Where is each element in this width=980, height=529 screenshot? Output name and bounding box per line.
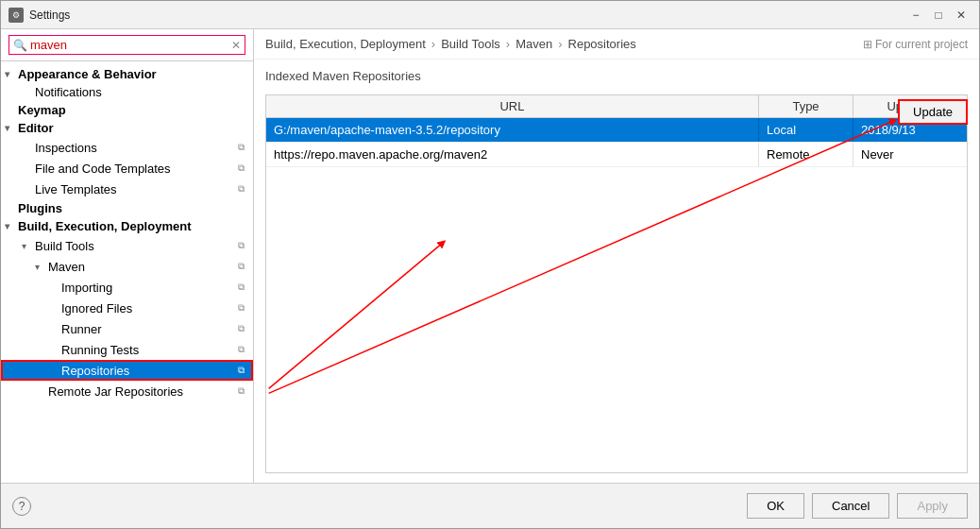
copy-icon: ⧉ <box>232 362 249 379</box>
sidebar-item-build-execution-deployment[interactable]: ▾ Build, Execution, Deployment <box>1 217 253 235</box>
cell-type: Local <box>759 118 853 142</box>
cell-url: https://repo.maven.apache.org/maven2 <box>266 143 759 166</box>
sidebar-item-maven[interactable]: ▾ Maven ⧉ <box>1 256 253 277</box>
chevron-icon: ▾ <box>35 262 48 272</box>
cell-url: G:/maven/apache-maven-3.5.2/repository <box>266 118 759 142</box>
for-current-project: ⊞ For current project <box>863 38 968 51</box>
table-row[interactable]: https://repo.maven.apache.org/maven2 Rem… <box>266 143 967 167</box>
col-header-url: URL <box>266 95 759 117</box>
chevron-icon: ▾ <box>22 241 35 251</box>
sidebar-item-ignored-files[interactable]: Ignored Files ⧉ <box>1 298 253 318</box>
sidebar-tree: ▾ Appearance & Behavior Notifications Ke… <box>1 61 253 483</box>
sidebar-item-running-tests[interactable]: Running Tests ⧉ <box>1 339 253 360</box>
panel-title: Indexed Maven Repositories <box>265 69 968 83</box>
repository-table: URL Type Updated G:/maven/apache-maven-3… <box>265 94 968 473</box>
copy-icon: ⧉ <box>232 320 249 337</box>
panel-content: Indexed Maven Repositories URL Type Upda… <box>254 60 979 483</box>
update-button[interactable]: Update <box>898 99 968 125</box>
copy-icon: ⧉ <box>232 237 249 254</box>
chevron-icon: ▾ <box>5 221 18 231</box>
footer-buttons: OK Cancel Apply <box>747 493 968 519</box>
sidebar-item-inspections[interactable]: Inspections ⧉ <box>1 137 253 158</box>
copy-icon: ⧉ <box>232 139 249 156</box>
sidebar-item-live-templates[interactable]: Live Templates ⧉ <box>1 179 253 199</box>
copy-icon: ⧉ <box>232 160 249 177</box>
sidebar-item-editor[interactable]: ▾ Editor <box>1 119 253 137</box>
breadcrumb-sep-3: › <box>558 37 562 51</box>
breadcrumb-part-2: Build Tools <box>441 37 500 51</box>
minimize-button[interactable]: − <box>905 5 926 26</box>
table-body: G:/maven/apache-maven-3.5.2/repository L… <box>266 118 967 472</box>
search-input-wrap: 🔍 ✕ <box>8 35 245 55</box>
title-bar: ⚙ Settings − □ ✕ <box>1 1 979 29</box>
breadcrumb-part-4: Repositories <box>568 37 636 51</box>
breadcrumb-sep-1: › <box>431 37 435 51</box>
search-icon: 🔍 <box>13 39 27 52</box>
settings-window: ⚙ Settings − □ ✕ 🔍 ✕ ▾ <box>0 0 980 529</box>
close-button[interactable]: ✕ <box>951 5 972 26</box>
copy-icon: ⧉ <box>232 279 249 296</box>
chevron-icon: ▾ <box>5 123 18 133</box>
main-content: 🔍 ✕ ▾ Appearance & Behavior Notification… <box>1 29 979 483</box>
table-header: URL Type Updated <box>266 95 967 118</box>
sidebar: 🔍 ✕ ▾ Appearance & Behavior Notification… <box>1 29 254 483</box>
title-controls: − □ ✕ <box>905 5 972 26</box>
help-icon[interactable]: ? <box>12 497 31 516</box>
ok-button[interactable]: OK <box>747 493 804 519</box>
breadcrumb-part-1: Build, Execution, Deployment <box>265 37 426 51</box>
col-header-type: Type <box>759 95 853 117</box>
copy-icon: ⧉ <box>232 180 249 197</box>
sidebar-item-remote-jar-repositories[interactable]: Remote Jar Repositories ⧉ <box>1 381 253 401</box>
footer: ? OK Cancel Apply <box>1 483 979 528</box>
sidebar-item-keymap[interactable]: Keymap <box>1 101 253 119</box>
window-icon: ⚙ <box>8 8 24 23</box>
update-button-wrap: Update <box>898 99 968 125</box>
chevron-icon: ▾ <box>5 69 18 79</box>
copy-icon: ⧉ <box>232 258 249 275</box>
apply-button[interactable]: Apply <box>897 493 968 519</box>
cell-type: Remote <box>759 143 853 166</box>
table-row[interactable]: G:/maven/apache-maven-3.5.2/repository L… <box>266 118 967 143</box>
search-clear-icon[interactable]: ✕ <box>231 39 241 52</box>
maximize-button[interactable]: □ <box>928 5 949 26</box>
sidebar-item-importing[interactable]: Importing ⧉ <box>1 277 253 298</box>
breadcrumb-part-3: Maven <box>515 37 552 51</box>
breadcrumb-sep-2: › <box>506 37 510 51</box>
cancel-button[interactable]: Cancel <box>812 493 889 519</box>
footer-left: ? <box>12 497 739 516</box>
sidebar-item-repositories[interactable]: Repositories ⧉ <box>1 360 253 381</box>
sidebar-item-runner[interactable]: Runner ⧉ <box>1 318 253 339</box>
copy-icon: ⧉ <box>232 383 249 400</box>
sidebar-item-build-tools[interactable]: ▾ Build Tools ⧉ <box>1 235 253 256</box>
sidebar-item-plugins[interactable]: Plugins <box>1 199 253 217</box>
copy-icon: ⧉ <box>232 341 249 358</box>
cell-updated: Never <box>853 143 967 166</box>
window-title: Settings <box>29 9 70 22</box>
sidebar-item-notifications[interactable]: Notifications <box>1 83 253 101</box>
search-box: 🔍 ✕ <box>1 29 253 61</box>
copy-icon: ⧉ <box>232 299 249 316</box>
sidebar-item-file-code-templates[interactable]: File and Code Templates ⧉ <box>1 158 253 179</box>
title-bar-left: ⚙ Settings <box>8 8 70 23</box>
right-panel: Build, Execution, Deployment › Build Too… <box>254 29 979 483</box>
sidebar-item-appearance[interactable]: ▾ Appearance & Behavior <box>1 65 253 83</box>
breadcrumb: Build, Execution, Deployment › Build Too… <box>254 29 979 60</box>
search-input[interactable] <box>30 38 231 52</box>
